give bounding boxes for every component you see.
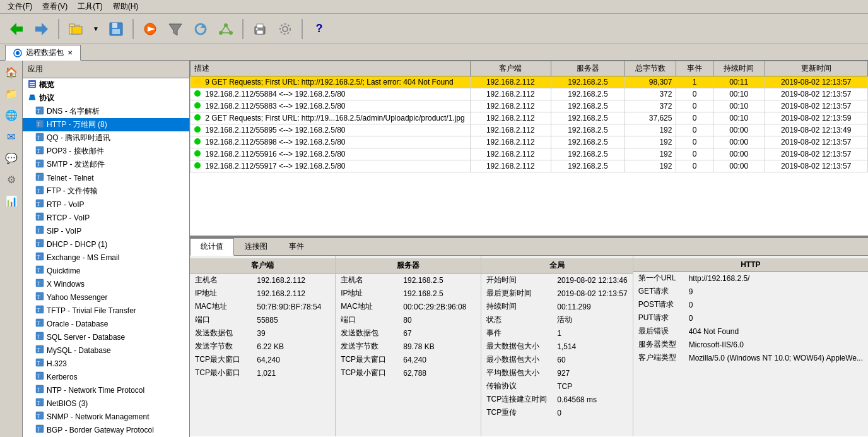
col-desc: 描述 [191,61,471,76]
tree-label-23: NTP - Network Time Protocol [47,386,144,395]
icon-chart[interactable]: 📊 [3,192,20,210]
network-button[interactable] [214,18,237,40]
sidebar-tree: 概览协议TDNS - 名字解析THTTP - 万维网 (8)TQQ - 腾讯即时… [23,78,189,437]
tree-label-25: SNMP - Network Management [47,412,150,421]
packet-row-7[interactable]: 192.168.2.112/55917 <--> 192.168.2.5/80 … [191,160,868,172]
open-button[interactable] [64,18,87,40]
stats-row-0: 主机名192.168.2.5 [336,273,481,287]
sidebar-item-20[interactable]: TMySQL - Database [23,344,189,357]
save-button[interactable] [105,18,127,40]
tree-label-0: 概览 [39,80,54,90]
menu-tools[interactable]: 工具(T) [73,0,107,13]
sidebar-item-9[interactable]: TRTP - VoIP [23,198,189,211]
packet-row-3[interactable]: 2 GET Requests; First URL: http://19...1… [191,112,868,124]
tree-folder-icon-1 [28,93,37,104]
sidebar-item-26[interactable]: TBGP - Border Gateway Protocol [23,423,189,436]
capture-button[interactable] [139,18,161,40]
open-dropdown[interactable]: ▼ [90,18,102,40]
stats-label: IP地址 [190,287,252,300]
sidebar-item-23[interactable]: TNTP - Network Time Protocol [23,383,189,397]
svg-point-22 [256,28,258,30]
sidebar-item-22[interactable]: TKerberos [23,370,189,383]
sidebar-item-0[interactable]: 概览 [23,78,189,92]
sidebar-item-13[interactable]: TExchange - MS Email [23,251,189,264]
stats-row-5: 发送字节数89.78 KB [336,340,481,353]
stats-value: 2019-08-02 12:13:57 [552,287,632,300]
filter-button[interactable] [164,18,187,40]
packet-row-2[interactable]: 192.168.2.112/55883 <--> 192.168.2.5/80 … [191,100,868,112]
stats-value: 62,788 [398,366,481,380]
sidebar-item-2[interactable]: TDNS - 名字解析 [23,105,189,118]
sidebar-item-15[interactable]: TX Windows [23,277,189,290]
sidebar-item-25[interactable]: TSNMP - Network Management [23,410,189,423]
tree-label-14: Quicktime [47,266,80,275]
packet-row-0[interactable]: 9 GET Requests; First URL: http://192.16… [191,76,868,88]
cell-events-7: 0 [676,160,713,172]
sidebar-item-6[interactable]: TSMTP - 发送邮件 [23,158,189,171]
icon-chat[interactable]: 💬 [3,149,20,167]
stats-value: Microsoft-IIS/6.0 [684,338,868,351]
menu-file[interactable]: 文件(F) [3,0,37,13]
svg-text:T: T [37,280,40,287]
tab-close-button[interactable]: ✕ [67,49,73,56]
menu-view[interactable]: 查看(V) [37,0,73,13]
back-button[interactable] [5,18,28,40]
icon-mail[interactable]: ✉ [3,128,20,145]
packet-list[interactable]: 描述 客户端 服务器 总字节数 事件 持续时间 更新时间 9 GET Reque… [190,61,868,237]
status-dot-6 [194,150,201,157]
tab-events[interactable]: 事件 [278,238,315,255]
icon-folder[interactable]: 📁 [3,85,20,102]
tab-remote-packets[interactable]: 远程数据包 ✕ [5,45,81,61]
sidebar-item-24[interactable]: TNetBIOS (3) [23,397,189,410]
status-dot-7 [194,162,201,169]
sidebar-item-4[interactable]: TQQ - 腾讯即时通讯 [23,131,189,145]
help-button[interactable]: ? [308,18,331,40]
stats-row-1: IP地址192.168.2.112 [190,287,335,300]
sidebar-item-11[interactable]: TSIP - VoIP [23,224,189,237]
menu-help[interactable]: 帮助(H) [108,0,144,13]
stats-label: 主机名 [190,273,252,287]
icon-home[interactable]: 🏠 [3,63,20,81]
forward-button[interactable] [30,18,53,40]
stats-client-header: 客户端 [190,258,335,273]
sidebar-item-3[interactable]: THTTP - 万维网 (8) [23,118,189,131]
tree-icon-7: T [35,172,44,183]
icon-gear[interactable]: ⚙ [3,171,20,188]
sidebar-item-17[interactable]: TTFTP - Trivial File Transfer [23,304,189,317]
sidebar-item-1[interactable]: 协议 [23,92,189,105]
sidebar-item-16[interactable]: TYahoo Messenger [23,290,189,304]
stats-label: 客户端类型 [633,351,684,364]
cell-bytes-1: 372 [625,88,676,100]
sidebar-item-14[interactable]: TQuicktime [23,264,189,277]
cell-updated-4: 2019-08-02 12:13:49 [765,124,868,136]
tab-stats[interactable]: 统计值 [190,238,234,256]
icon-network[interactable]: 🌐 [3,106,20,124]
packet-row-1[interactable]: 192.168.2.112/55884 <--> 192.168.2.5/80 … [191,88,868,100]
refresh-button[interactable] [189,18,212,40]
stats-row-0: 开始时间2019-08-02 12:13:46 [481,273,632,287]
settings-button[interactable] [274,18,296,40]
sidebar-item-8[interactable]: TFTP - 文件传输 [23,184,189,198]
print-button[interactable] [249,18,271,40]
tree-icon-14: T [35,265,44,276]
stats-row-2: POST请求0 [633,298,868,311]
packet-row-6[interactable]: 192.168.2.112/55916 <--> 192.168.2.5/80 … [191,148,868,160]
tree-label-24: NetBIOS (3) [47,399,88,408]
tree-icon-23: T [35,385,44,395]
packet-row-5[interactable]: 192.168.2.112/55898 <--> 192.168.2.5/80 … [191,136,868,148]
sidebar-item-5[interactable]: TPOP3 - 接收邮件 [23,145,189,158]
stats-label: TCP最大窗口 [336,353,398,366]
sidebar-item-12[interactable]: TDHCP - DHCP (1) [23,237,189,251]
sidebar-item-7[interactable]: TTelnet - Telnet [23,171,189,184]
sidebar-item-18[interactable]: TOracle - Database [23,317,189,330]
svg-text:T: T [37,426,40,433]
packet-row-4[interactable]: 192.168.2.112/55895 <--> 192.168.2.5/80 … [191,124,868,136]
sidebar-item-10[interactable]: TRTCP - VoIP [23,211,189,224]
status-dot-0 [194,78,201,85]
sidebar-item-21[interactable]: TH.323 [23,357,189,370]
sidebar-item-19[interactable]: TSQL Server - Database [23,330,189,344]
svg-point-26 [16,51,20,55]
svg-rect-28 [30,82,35,83]
tab-graph[interactable]: 连接图 [234,238,278,255]
stats-row-8: 传输协议TCP [481,380,632,393]
